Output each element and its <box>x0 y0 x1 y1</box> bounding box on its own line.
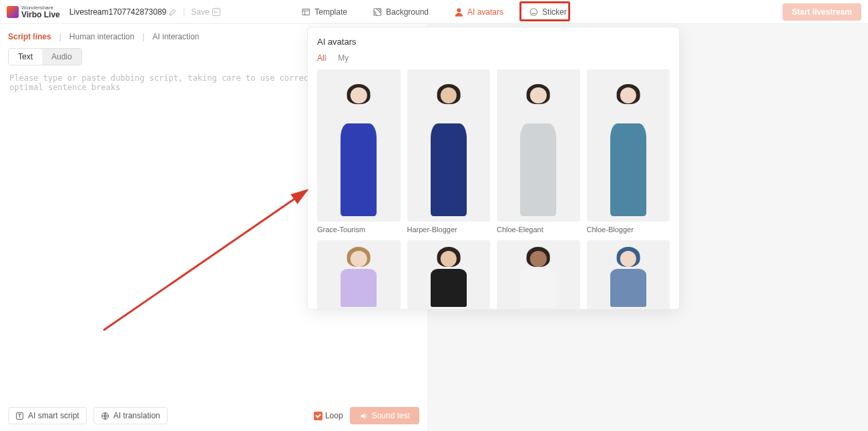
avatar-name: Grace-Tourism <box>317 226 401 234</box>
sticker-icon <box>529 7 538 17</box>
right-sidebar <box>721 24 868 431</box>
tool-background[interactable]: Background <box>367 5 434 19</box>
divider <box>184 7 184 17</box>
tool-ai-avatars[interactable]: AI avatars <box>449 5 509 19</box>
tool-ai-avatars-label: AI avatars <box>467 7 503 17</box>
avatar-thumb <box>407 69 491 222</box>
subtab-ai-interaction[interactable]: AI interaction <box>152 32 199 41</box>
avatar-name: Harper-Blogger <box>407 226 491 234</box>
avatar-thumb <box>587 69 670 222</box>
avatar-name: Chloe-Elegant <box>497 226 580 234</box>
tool-sticker[interactable]: Sticker <box>523 5 572 19</box>
text-icon <box>15 412 24 420</box>
svg-rect-0 <box>302 9 310 15</box>
ai-smart-label: AI smart script <box>28 411 79 420</box>
template-icon <box>301 7 310 17</box>
loop-toggle[interactable]: Loop <box>314 411 343 420</box>
popup-tab-my[interactable]: My <box>338 53 349 63</box>
sound-icon <box>359 412 368 420</box>
avatar-card[interactable] <box>317 240 401 310</box>
stream-name-text: Livestream1707742873089 <box>69 7 166 17</box>
ai-smart-script-button[interactable]: AI smart script <box>8 407 87 424</box>
avatar-card[interactable] <box>587 240 670 310</box>
subtab-script-lines[interactable]: Script lines <box>8 32 51 41</box>
mode-tabs: Text Audio <box>8 48 82 65</box>
avatar-grid: Grace-Tourism Harper-Blogger Chloe-Elega… <box>317 69 670 310</box>
app-logo: Wondershare Virbo Live <box>7 5 60 19</box>
popup-title: AI avatars <box>317 37 670 47</box>
stream-name[interactable]: Livestream1707742873089 <box>69 7 177 17</box>
checkbox-icon <box>314 412 322 420</box>
avatar-card[interactable]: Chloe-Elegant <box>497 69 580 234</box>
edit-icon[interactable] <box>169 8 177 16</box>
svg-point-2 <box>457 9 460 12</box>
avatar-thumb <box>317 69 401 222</box>
center-toolbar: Template Background AI avatars Sticker <box>296 0 572 24</box>
tool-template[interactable]: Template <box>296 5 353 19</box>
script-bottom-bar: AI smart script AI translation Loop Soun… <box>8 407 419 424</box>
avatar-thumb <box>497 240 580 310</box>
popup-tab-all[interactable]: All <box>317 53 326 63</box>
avatar-icon <box>454 7 463 17</box>
avatar-thumb <box>317 240 401 310</box>
brand-main: Virbo Live <box>21 11 60 19</box>
top-bar: Wondershare Virbo Live Livestream1707742… <box>0 0 868 24</box>
avatar-card[interactable] <box>407 240 491 310</box>
subtab-human-interaction[interactable]: Human interaction <box>69 32 134 41</box>
ai-avatars-popup: AI avatars All My Grace-Tourism Harper-B… <box>307 27 680 310</box>
ai-translate-label: AI translation <box>114 411 160 420</box>
popup-tabs: All My <box>317 53 670 63</box>
mode-tab-text[interactable]: Text <box>9 49 42 65</box>
logo-icon <box>7 6 19 18</box>
sound-test-button[interactable]: Sound test <box>350 407 419 424</box>
avatar-card[interactable]: Grace-Tourism <box>317 69 401 234</box>
save-label: Save <box>191 7 209 17</box>
sound-test-label: Sound test <box>372 411 410 420</box>
tool-template-label: Template <box>314 7 347 17</box>
avatar-card[interactable]: Chloe-Blogger <box>587 69 670 234</box>
save-button[interactable]: Save <box>191 7 220 17</box>
start-livestream-button[interactable]: Start livestream <box>783 3 861 21</box>
avatar-thumb <box>587 240 670 310</box>
avatar-thumb <box>407 240 491 310</box>
background-icon <box>373 7 382 17</box>
save-icon <box>212 8 220 16</box>
tool-background-label: Background <box>386 7 429 17</box>
avatar-card[interactable]: Harper-Blogger <box>407 69 491 234</box>
tool-sticker-label: Sticker <box>542 7 567 17</box>
avatar-card[interactable] <box>497 240 580 310</box>
avatar-name: Chloe-Blogger <box>587 226 670 234</box>
avatar-thumb <box>497 69 580 222</box>
mode-tab-audio[interactable]: Audio <box>42 49 81 65</box>
ai-translation-button[interactable]: AI translation <box>93 407 168 424</box>
loop-label: Loop <box>325 411 343 420</box>
translate-icon <box>101 412 110 420</box>
svg-point-3 <box>530 9 537 16</box>
